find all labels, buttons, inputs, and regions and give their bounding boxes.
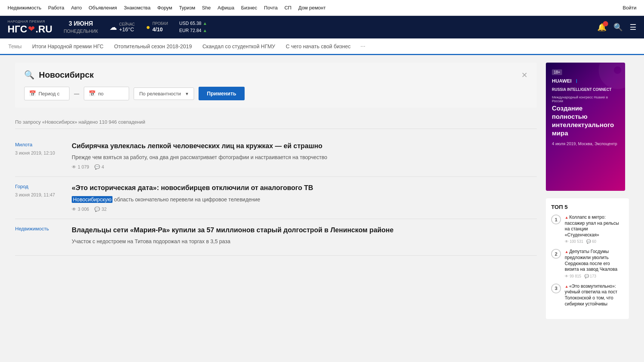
comment-icon-top5-2: 💬 xyxy=(584,274,589,278)
eye-icon-top5-2: 👁 xyxy=(565,274,569,278)
comments-stat-1: 💬 4 xyxy=(94,164,104,170)
chevron-down-icon: ▾ xyxy=(186,91,188,97)
search-highlight: Новосибирскую xyxy=(72,196,112,203)
themes-label: Темы xyxy=(8,43,22,49)
top5-num-1: 1 xyxy=(551,215,561,224)
nav-link-realty[interactable]: Недвижимость xyxy=(8,5,41,11)
calendar-from-icon: 📅 xyxy=(29,90,36,97)
sidebar: 18+ HUAWEI | RUSSIA INTELLIGENT CONNECT … xyxy=(546,63,629,319)
article-excerpt-1: Прежде чем взяться за работу, она два дн… xyxy=(72,153,537,161)
search-header-button[interactable]: 🔍 xyxy=(613,23,623,32)
comment-icon-top5-1: 💬 xyxy=(586,239,591,244)
top5-stats-2: 👁 99 815 💬 173 xyxy=(565,274,624,278)
subnav-item-scandal[interactable]: Скандал со студенткой НГМУ xyxy=(202,43,276,49)
top5-views-2: 👁 99 815 xyxy=(565,274,581,278)
eye-icon-2: 👁 xyxy=(72,207,76,212)
eye-icon-top5-1: 👁 xyxy=(565,239,569,244)
bell-badge xyxy=(603,21,608,26)
search-clear-button[interactable]: ✕ xyxy=(521,71,528,80)
article-item-2: Город 3 июня 2019, 11:47 «Это историческ… xyxy=(15,177,537,219)
search-icon: 🔍 xyxy=(24,70,34,80)
menu-button[interactable]: ☰ xyxy=(630,23,636,32)
ad-banner[interactable]: 18+ HUAWEI | RUSSIA INTELLIGENT CONNECT … xyxy=(546,63,625,191)
triangle-icon-1: ▲ xyxy=(565,215,569,219)
top5-comments-2: 💬 173 xyxy=(584,274,596,278)
subnav-more-button[interactable]: ··· xyxy=(361,43,365,50)
comments-count-2: 32 xyxy=(102,207,106,212)
article-category-1[interactable]: Милота xyxy=(15,142,64,147)
subnav-item-heating[interactable]: Отопительный сезон 2018-2019 xyxy=(113,43,193,49)
eur-arrow: ▲ xyxy=(203,28,207,33)
top5-header: ТОП 5 xyxy=(551,204,624,210)
views-stat-2: 👁 3 006 xyxy=(72,207,89,212)
top5-title-1[interactable]: ▲Коллапс в метро: пассажир упал на рельс… xyxy=(565,215,624,238)
sort-label: По релевантности xyxy=(139,91,181,97)
top-nav-links: Недвижимость Работа Авто Объявления Знак… xyxy=(8,5,326,11)
search-input-row: 🔍 Новосибирск ✕ xyxy=(24,70,528,80)
top5-num-2: 2 xyxy=(551,249,561,259)
top5-title-2[interactable]: ▲Депутаты Госдумы предложили уволить Сер… xyxy=(565,249,624,272)
top5-item-1: 1 ▲Коллапс в метро: пассажир упал на рел… xyxy=(551,215,624,244)
article-title-1[interactable]: Сибирячка увлеклась лепкой человеческих … xyxy=(72,142,537,150)
ad-logo-separator: | xyxy=(576,79,577,83)
top5-num-3: 3 xyxy=(551,284,561,293)
logo-ngs: НГС xyxy=(8,24,27,35)
triangle-icon-2: ▲ xyxy=(565,250,569,254)
article-date-2: 3 июня 2019, 11:47 xyxy=(15,192,64,198)
logo-ru: .RU xyxy=(35,24,52,35)
header-traffic: ● ПРОБКИ 4/10 xyxy=(146,21,168,33)
top5-content-3: ▲«Это возмутительно»: учёный ответила на… xyxy=(565,284,624,308)
bell-button[interactable]: 🔔 xyxy=(597,23,607,32)
nav-link-forum[interactable]: Форум xyxy=(157,5,173,11)
date-from-field[interactable]: 📅 Период с xyxy=(24,87,69,100)
nav-link-mail[interactable]: Почта xyxy=(264,5,277,11)
nav-link-work[interactable]: Работа xyxy=(48,5,64,11)
views-count-1: 1 079 xyxy=(78,164,89,170)
nav-link-home[interactable]: Дом ремонт xyxy=(298,5,326,11)
search-query-text: Новосибирск xyxy=(39,70,517,80)
ad-event-series: RUSSIA INTELLIGENT CONNECT xyxy=(552,87,619,92)
article-category-2[interactable]: Город xyxy=(15,184,64,189)
top5-content-1: ▲Коллапс в метро: пассажир упал на рельс… xyxy=(565,215,624,244)
sort-select[interactable]: По релевантности ▾ xyxy=(134,87,194,100)
logo-area: НАРОДНАЯ ПРЕМИЯ НГС ❤ .RU xyxy=(8,20,52,34)
nav-link-afisha[interactable]: Афиша xyxy=(217,5,234,11)
login-button[interactable]: Войти xyxy=(623,5,636,11)
top5-title-3[interactable]: ▲«Это возмутительно»: учёный ответила на… xyxy=(565,284,624,307)
top5-section: ТОП 5 1 ▲Коллапс в метро: пассажир упал … xyxy=(546,198,629,319)
apply-button[interactable]: Применить xyxy=(199,87,245,100)
article-item-3: Недвижимость Владельцы сети «Мария-Ра» к… xyxy=(15,219,537,256)
nav-link-sp[interactable]: СП xyxy=(284,5,291,11)
date-to-field[interactable]: 📅 по xyxy=(84,87,129,100)
article-title-3[interactable]: Владельцы сети «Мария-Ра» купили за 57 м… xyxy=(72,226,537,235)
traffic-val: 4/10 xyxy=(153,26,168,33)
nav-link-tourism[interactable]: Туризм xyxy=(179,5,195,11)
subnav-item-business[interactable]: С чего начать свой бизнес xyxy=(285,43,351,49)
article-body-3: Владельцы сети «Мария-Ра» купили за 57 м… xyxy=(72,226,537,248)
article-title-2[interactable]: «Это историческая дата»: новосибирцев от… xyxy=(72,184,537,192)
nav-link-business[interactable]: Бизнес xyxy=(241,5,257,11)
calendar-to-icon: 📅 xyxy=(89,90,96,97)
nav-link-dating[interactable]: Знакомства xyxy=(124,5,151,11)
article-body-1: Сибирячка увлеклась лепкой человеческих … xyxy=(72,142,537,170)
nav-link-she[interactable]: She xyxy=(202,5,211,11)
top-nav: Недвижимость Работа Авто Объявления Знак… xyxy=(0,0,644,16)
traffic-icon: ● xyxy=(146,23,150,31)
article-category-3[interactable]: Недвижимость xyxy=(15,226,64,232)
article-excerpt-2: Новосибирскую область окончательно перев… xyxy=(72,196,537,204)
header: НАРОДНАЯ ПРЕМИЯ НГС ❤ .RU 3 ИЮНЯ ПОНЕДЕЛ… xyxy=(0,16,644,38)
comments-stat-2: 💬 32 xyxy=(94,207,106,212)
traffic-info: ПРОБКИ 4/10 xyxy=(153,21,168,33)
header-left: НАРОДНАЯ ПРЕМИЯ НГС ❤ .RU 3 ИЮНЯ ПОНЕДЕЛ… xyxy=(8,20,207,34)
views-count-2: 3 006 xyxy=(78,207,89,212)
eye-icon: 👁 xyxy=(72,164,76,170)
weather-temp: +16°C xyxy=(119,26,135,32)
article-date-1: 3 июня 2019, 12:10 xyxy=(15,150,64,156)
nav-link-auto[interactable]: Авто xyxy=(71,5,82,11)
comments-count-1: 4 xyxy=(102,164,104,170)
subnav-item-narodnaya[interactable]: Итоги Народной премии НГС xyxy=(31,43,104,49)
top5-views-1: 👁 100 531 xyxy=(565,239,583,244)
ad-date-place: 4 июля 2019, Москва, Экспоцентр xyxy=(552,141,619,146)
nav-link-ads[interactable]: Объявления xyxy=(89,5,117,11)
top5-item-3: 3 ▲«Это возмутительно»: учёный ответила … xyxy=(551,284,624,308)
